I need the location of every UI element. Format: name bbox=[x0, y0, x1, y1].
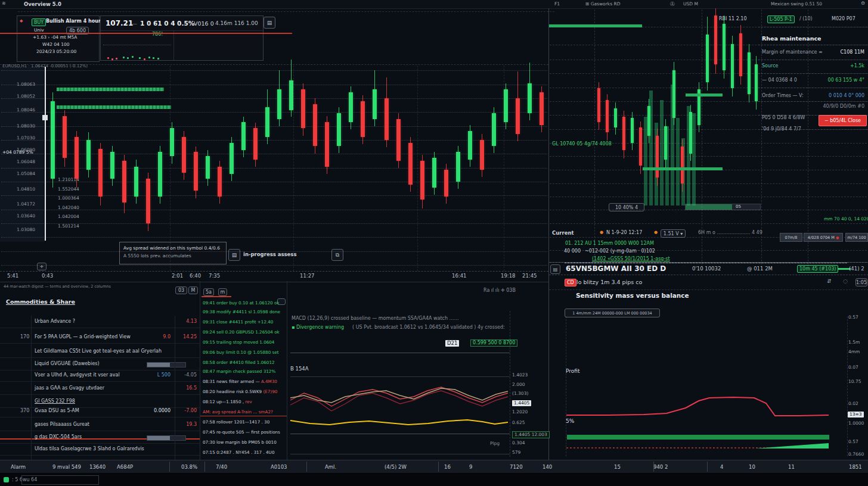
candlestick bbox=[656, 136, 659, 177]
osc-h2-green: ▪ Divergence warning bbox=[292, 325, 344, 330]
note-doc-icon[interactable]: ▤ bbox=[228, 249, 240, 261]
table-head-cell-1[interactable]: 03 bbox=[175, 286, 187, 294]
table-row-label[interactable]: jaas a GAA as Gvagy utvdaer bbox=[35, 386, 104, 391]
table-row-label[interactable]: gases Pilsaaass Gureat bbox=[35, 422, 89, 427]
statusbar-item[interactable]: 940 2 bbox=[653, 465, 668, 470]
oscillator-panel[interactable]: Ra ıl ılı ✛ 03B MACD (12,26,9) crossed b… bbox=[287, 281, 548, 460]
table-section-title[interactable]: Commodities & Share bbox=[6, 299, 75, 305]
table-row-label[interactable]: Urban Advance ? bbox=[35, 319, 75, 324]
log-tab-underline bbox=[202, 296, 231, 297]
table-row-label[interactable]: g das DXC-504 5ars bbox=[35, 435, 82, 440]
titlebar-item[interactable]: F1 bbox=[554, 2, 560, 7]
table-row-label[interactable]: Let Gildlamaa CS5t Live got teal-eyes at… bbox=[35, 349, 162, 354]
log-tab-1[interactable]: 5a bbox=[203, 288, 214, 296]
log-entry[interactable]: 09:06 buy limit 0.10 @ 1.05880 set bbox=[203, 350, 279, 354]
log-tab-2[interactable]: m bbox=[218, 288, 227, 296]
gridline-h bbox=[1, 251, 547, 252]
quote-detail: 1 0 61 0 4 0.5% bbox=[140, 20, 194, 27]
osc-toolbar-icons[interactable]: Ra ıl ılı ✛ 03B bbox=[483, 288, 516, 293]
statusbar-item[interactable]: Aml. bbox=[325, 465, 336, 470]
titlebar-item[interactable]: Mexican swing 0.51 50 bbox=[771, 2, 822, 7]
statusbar-item[interactable]: 15 bbox=[614, 465, 621, 470]
risk-row-label: Source bbox=[762, 64, 778, 68]
table-head-cell-2[interactable]: M bbox=[188, 286, 198, 294]
table-row-label[interactable]: For 5 PAA UGPL — a Grid-weighted View bbox=[35, 335, 131, 339]
statusbar-item[interactable]: Alarm bbox=[11, 465, 26, 470]
time-tick: 2:01 bbox=[172, 273, 183, 279]
titlebar-item[interactable]: Ⓐ bbox=[670, 2, 675, 7]
time-tick: 6:40 bbox=[190, 273, 201, 279]
app-icon[interactable]: ≋ bbox=[2, 1, 6, 6]
sec-dropdown[interactable]: 1.51 V ▾ bbox=[661, 229, 686, 238]
statusbar-item[interactable]: 16 bbox=[444, 465, 451, 470]
note-copy-icon[interactable]: ⧉ bbox=[331, 249, 343, 261]
table-row-value1: L 500 bbox=[157, 373, 170, 378]
log-entry[interactable]: 07:30 low margin bb PM05 b 0010 bbox=[203, 440, 277, 444]
log-entry[interactable]: 08:47 margin check passed 312% bbox=[203, 369, 275, 373]
taskbar-box[interactable] bbox=[21, 475, 99, 485]
log-entry[interactable]: 08:20 headline risk 0.5WK9 (E7)90 bbox=[203, 390, 277, 394]
table-row-label[interactable]: Vser a Ulhd A, avdgyvst it vser aval bbox=[35, 373, 120, 378]
log-entry[interactable]: 09:41 order buy 0.10 at 1.06120 ok bbox=[203, 301, 279, 305]
log-entry[interactable]: 09:38 modify #4411 sl 1.0598 done bbox=[203, 310, 280, 314]
table-row-label[interactable]: Gvaa DSU as 5-AM bbox=[35, 409, 79, 413]
rightcol-button[interactable]: 07m/8 bbox=[780, 233, 802, 242]
log-entry[interactable]: AM: avg spread A-Train … smA2? bbox=[203, 410, 273, 414]
statusbar-item[interactable]: 1851 bbox=[849, 465, 862, 470]
statusbar-item[interactable]: 140 bbox=[542, 465, 552, 470]
statusbar-item[interactable]: 9 mval 549 bbox=[52, 465, 81, 470]
table-row-label[interactable]: Liquid GVGUAE (Dawebies) bbox=[35, 362, 100, 366]
statusbar-item[interactable]: 10 bbox=[749, 465, 755, 470]
price-tick: 1.08030 bbox=[17, 124, 35, 129]
statusbar-item[interactable]: 11 bbox=[788, 465, 795, 470]
statusbar-item[interactable]: A684P bbox=[117, 465, 133, 470]
statusbar-item[interactable]: 03.8% bbox=[181, 465, 197, 470]
chart-corner-icon[interactable]: ✛ bbox=[37, 263, 46, 270]
close-order-button[interactable]: − b05/4L Close bbox=[819, 115, 867, 126]
tester-tab[interactable]: 1 4m/mm 24M 00000-000 LM 000 00034 bbox=[565, 309, 660, 317]
main-chart-panel[interactable]: EURUSD,H1 · 1.06424 -0.00051 (-0.12%) +0… bbox=[0, 64, 548, 281]
table-progress-bar[interactable] bbox=[147, 435, 186, 441]
candlestick bbox=[218, 167, 222, 197]
bell-icon[interactable]: ⇵ bbox=[827, 279, 832, 284]
log-entry[interactable]: 08:58 order #4410 filled 1.06012 bbox=[203, 360, 275, 364]
tester-icon[interactable]: ▤ bbox=[550, 264, 560, 274]
osc-gridline bbox=[290, 376, 510, 377]
sec-row-link[interactable]: (1402 «GSSS 50/1/2015 1-asg-st bbox=[592, 257, 670, 261]
trading-terminal-screen: ≋ Overview 5.0 ⚙ ◆ BUY Bullish Alarm 4 h… bbox=[0, 0, 868, 486]
drag-handle[interactable] bbox=[42, 115, 48, 120]
gridline-h-right bbox=[550, 183, 867, 184]
status-dot-2: ● bbox=[654, 230, 658, 235]
circle-icon[interactable]: ◌ bbox=[843, 279, 848, 284]
log-entry[interactable]: 09:24 sell 0.20 GBPUSD 1.26504 ok bbox=[203, 330, 280, 334]
log-entry[interactable]: 07:45 re-quote 505 — first positions bbox=[203, 430, 280, 434]
quote-price: 107.21 bbox=[106, 20, 133, 27]
log-entry[interactable]: 07:15 0:2487 . NY454 . 317 . 4U0 bbox=[203, 450, 274, 454]
table-row-label[interactable]: Gl GASS 232 F98 bbox=[35, 399, 75, 404]
log-entry[interactable]: 09:31 close #4411 profit +12.40 bbox=[203, 320, 273, 324]
statusbar-item[interactable]: A0103 bbox=[271, 465, 287, 470]
candlestick bbox=[63, 116, 67, 158]
log-entry[interactable]: 08:31 news filter armed — A.4M30 bbox=[203, 379, 277, 384]
rightcol-button[interactable]: m/74 100 bbox=[845, 233, 868, 242]
gear-icon[interactable]: ⚙ bbox=[861, 1, 865, 6]
osc-axis-tick: 1.4405 12.003 bbox=[512, 431, 550, 438]
window-titlebar: ≋ Overview 5.0 ⚙ bbox=[0, 0, 868, 9]
titlebar-item[interactable]: ⊞ Gasworks RD bbox=[585, 2, 620, 7]
clipboard-tool-button[interactable]: ▤ bbox=[264, 17, 275, 29]
titlebar-item[interactable]: USD M bbox=[683, 2, 698, 7]
log-entry[interactable]: 07:58 rollover 1201—1417 . 30 bbox=[203, 420, 269, 424]
statusbar-item[interactable]: 7120 bbox=[510, 465, 523, 470]
log-entry[interactable]: 08:12 up—1.1850 , rev bbox=[203, 400, 252, 404]
statusbar-item[interactable]: 7/40 bbox=[216, 465, 227, 470]
statusbar-item[interactable]: 9 bbox=[469, 465, 472, 470]
statusbar-item[interactable]: 4 bbox=[720, 465, 723, 470]
table-row-label[interactable]: Uldas tilsa Gaselagcrwe 3 Slahd o Galrar… bbox=[35, 447, 144, 451]
statusbar-item[interactable]: 13640 bbox=[89, 465, 106, 470]
table-progress-bar[interactable] bbox=[147, 362, 186, 367]
log-entry[interactable]: 09:15 trailing stop moved 1.0604 bbox=[203, 340, 274, 344]
rightcol-button[interactable]: 4/028 0704 M● bbox=[804, 233, 843, 242]
statusbar-item[interactable]: (4/5) 2W bbox=[385, 465, 407, 470]
gridline-h bbox=[1, 210, 547, 210]
candlestick bbox=[182, 137, 186, 173]
